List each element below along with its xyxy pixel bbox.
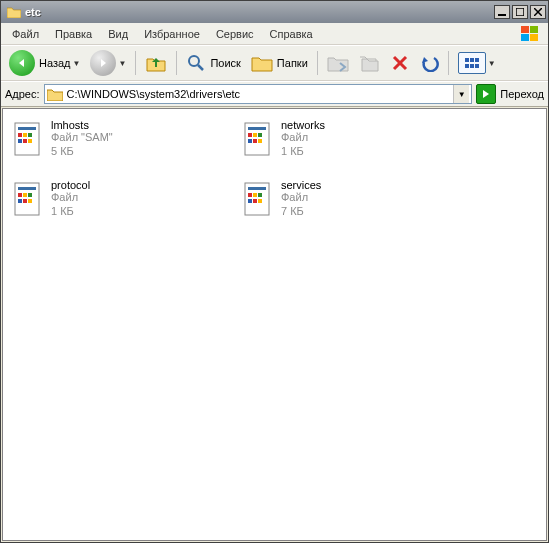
svg-rect-44 — [248, 193, 252, 197]
file-item[interactable]: lmhosts Файл "SAM" 5 КБ — [9, 117, 239, 177]
svg-rect-23 — [18, 139, 22, 143]
file-type: Файл — [281, 191, 321, 205]
file-type: Файл "SAM" — [51, 131, 113, 145]
address-dropdown[interactable]: ▼ — [453, 85, 469, 103]
svg-rect-49 — [258, 199, 262, 203]
file-type: Файл — [51, 191, 90, 205]
svg-rect-6 — [521, 34, 529, 41]
svg-rect-31 — [248, 139, 252, 143]
svg-rect-24 — [23, 139, 27, 143]
up-button[interactable] — [141, 49, 171, 77]
move-to-icon — [327, 54, 349, 72]
svg-rect-22 — [28, 133, 32, 137]
svg-rect-35 — [18, 187, 36, 190]
svg-rect-12 — [465, 58, 469, 62]
file-icon — [241, 181, 275, 221]
svg-rect-36 — [18, 193, 22, 197]
search-label: Поиск — [210, 57, 240, 69]
svg-point-8 — [189, 56, 199, 66]
svg-rect-20 — [18, 133, 22, 137]
views-icon — [458, 52, 486, 74]
menu-tools[interactable]: Сервис — [208, 25, 262, 43]
folders-button[interactable]: Папки — [247, 49, 312, 77]
svg-rect-46 — [258, 193, 262, 197]
svg-rect-41 — [28, 199, 32, 203]
file-list: lmhosts Файл "SAM" 5 КБ networks Файл 1 … — [2, 108, 547, 541]
forward-button[interactable]: ▼ — [86, 49, 130, 77]
file-icon — [11, 181, 45, 221]
svg-rect-32 — [253, 139, 257, 143]
file-name: services — [281, 179, 321, 191]
back-button[interactable]: Назад ▼ — [5, 49, 84, 77]
separator — [448, 51, 449, 75]
undo-button[interactable] — [415, 49, 443, 77]
file-item[interactable]: networks Файл 1 КБ — [239, 117, 469, 177]
svg-rect-28 — [248, 133, 252, 137]
file-type: Файл — [281, 131, 325, 145]
file-name: lmhosts — [51, 119, 113, 131]
file-item[interactable]: protocol Файл 1 КБ — [9, 177, 239, 237]
back-icon — [9, 50, 35, 76]
separator — [135, 51, 136, 75]
file-size: 5 КБ — [51, 145, 113, 159]
svg-rect-4 — [521, 26, 529, 33]
titlebar: etc — [1, 1, 548, 23]
file-item[interactable]: services Файл 7 КБ — [239, 177, 469, 237]
go-label: Переход — [500, 88, 544, 100]
svg-rect-15 — [465, 64, 469, 68]
address-path: C:\WINDOWS\system32\drivers\etc — [67, 88, 454, 100]
svg-rect-38 — [28, 193, 32, 197]
search-button[interactable]: Поиск — [182, 49, 244, 77]
delete-icon — [391, 54, 409, 72]
svg-rect-1 — [516, 8, 524, 16]
maximize-button[interactable] — [512, 5, 528, 19]
svg-rect-33 — [258, 139, 262, 143]
svg-rect-29 — [253, 133, 257, 137]
separator — [176, 51, 177, 75]
svg-rect-47 — [248, 199, 252, 203]
svg-rect-37 — [23, 193, 27, 197]
file-name: protocol — [51, 179, 90, 191]
views-button[interactable]: ▼ — [454, 49, 500, 77]
file-info: protocol Файл 1 КБ — [51, 179, 90, 219]
windows-flag-icon — [515, 23, 545, 45]
window-title: etc — [25, 6, 492, 18]
svg-rect-7 — [530, 34, 538, 41]
menu-edit[interactable]: Правка — [47, 25, 100, 43]
address-label: Адрес: — [5, 88, 40, 100]
svg-rect-43 — [248, 187, 266, 190]
file-info: networks Файл 1 КБ — [281, 119, 325, 159]
file-icon — [241, 121, 275, 161]
svg-line-9 — [198, 65, 203, 70]
chevron-down-icon: ▼ — [73, 59, 81, 68]
move-to-button[interactable] — [323, 49, 353, 77]
folder-icon — [6, 4, 22, 20]
file-icon — [11, 121, 45, 161]
menu-favorites[interactable]: Избранное — [136, 25, 208, 43]
menu-file[interactable]: Файл — [4, 25, 47, 43]
explorer-window: etc Файл Правка Вид Избранное Сервис Спр… — [0, 0, 549, 543]
toolbar: Назад ▼ ▼ Поиск Папки — [1, 45, 548, 81]
svg-rect-19 — [18, 127, 36, 130]
chevron-down-icon: ▼ — [118, 59, 126, 68]
file-info: lmhosts Файл "SAM" 5 КБ — [51, 119, 113, 159]
svg-rect-25 — [28, 139, 32, 143]
file-info: services Файл 7 КБ — [281, 179, 321, 219]
minimize-button[interactable] — [494, 5, 510, 19]
menu-view[interactable]: Вид — [100, 25, 136, 43]
address-bar: Адрес: C:\WINDOWS\system32\drivers\etc ▼… — [1, 81, 548, 107]
svg-rect-17 — [475, 64, 479, 68]
copy-to-button[interactable] — [355, 49, 385, 77]
file-name: networks — [281, 119, 325, 131]
svg-rect-30 — [258, 133, 262, 137]
back-label: Назад — [39, 57, 71, 69]
close-button[interactable] — [530, 5, 546, 19]
svg-rect-48 — [253, 199, 257, 203]
menu-help[interactable]: Справка — [262, 25, 321, 43]
svg-rect-16 — [470, 64, 474, 68]
svg-rect-13 — [470, 58, 474, 62]
undo-icon — [419, 54, 439, 72]
go-button[interactable] — [476, 84, 496, 104]
delete-button[interactable] — [387, 49, 413, 77]
address-field[interactable]: C:\WINDOWS\system32\drivers\etc ▼ — [44, 84, 473, 104]
